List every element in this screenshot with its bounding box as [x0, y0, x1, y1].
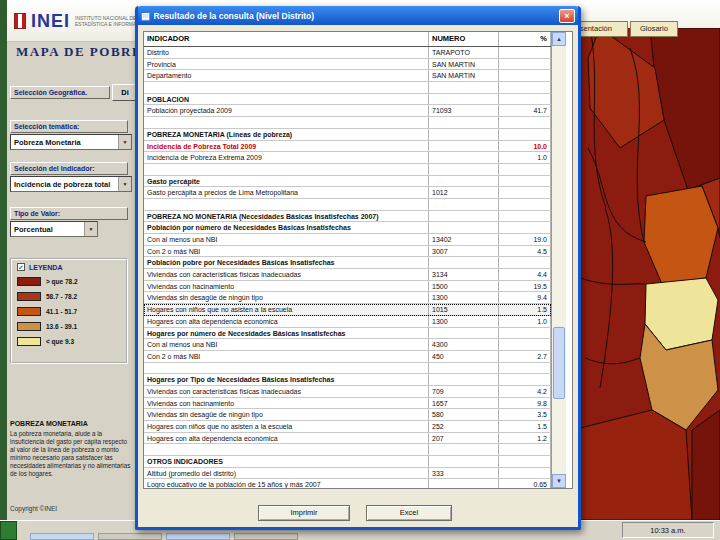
indicador-cell: Con al menos una NBI [144, 234, 429, 245]
table-row[interactable]: Población por número de Necesidades Bási… [144, 222, 551, 234]
table-row[interactable]: Viviendas con características físicas in… [144, 386, 551, 398]
table-row[interactable]: Con 2 o más NBI4502.7 [144, 351, 551, 363]
table-row[interactable]: Incidencia de Pobreza Extrema 20091.0 [144, 152, 551, 164]
logo-text: INEI [31, 11, 70, 32]
table-row[interactable] [144, 199, 551, 211]
table-row[interactable]: Con 2 o más NBI30074.5 [144, 246, 551, 258]
legend-checkbox[interactable]: ✓ [17, 263, 25, 271]
scroll-down-icon[interactable]: ▼ [552, 474, 566, 488]
start-button[interactable] [0, 521, 17, 540]
numero-cell: 580 [429, 409, 499, 420]
indicador-cell: Viviendas con características físicas in… [144, 386, 429, 397]
table-row[interactable]: DepartamentoSAN MARTIN [144, 70, 551, 82]
numero-cell: 3134 [429, 269, 499, 280]
pct-cell: 1.5 [499, 304, 551, 315]
numero-cell [429, 141, 499, 152]
value-type-select[interactable]: Porcentual ▼ [10, 221, 98, 237]
legend-item: < que 9.3 [17, 334, 121, 349]
indicador-cell: Departamento [144, 70, 429, 81]
pct-cell [499, 187, 551, 198]
pct-cell [499, 211, 551, 222]
chevron-down-icon[interactable]: ▼ [118, 177, 131, 191]
taskbar-item[interactable] [30, 533, 94, 540]
inei-logo: INEI INSTITUTO NACIONAL DE ESTADÍSTICA E… [14, 7, 148, 35]
pct-cell [499, 444, 551, 455]
table-row[interactable]: POBREZA MONETARIA (Líneas de pobreza) [144, 129, 551, 141]
table-row[interactable]: Altitud (promedio del distrito)333 [144, 468, 551, 480]
numero-cell [429, 444, 499, 455]
taskbar-item[interactable] [234, 533, 298, 540]
taskbar-item[interactable] [98, 533, 162, 540]
table-row[interactable] [144, 444, 551, 456]
table-row[interactable]: Hogares con niños que no asisten a la es… [144, 304, 551, 316]
numero-cell [429, 479, 499, 489]
left-edge-strip [0, 0, 7, 540]
table-row[interactable]: Hogares con niños que no asisten a la es… [144, 421, 551, 433]
scroll-up-icon[interactable]: ▲ [552, 32, 566, 46]
pct-cell: 19.5 [499, 281, 551, 292]
indicador-cell: Logro educativo de la población de 15 añ… [144, 479, 429, 489]
pct-cell [499, 47, 551, 58]
close-icon[interactable]: × [559, 9, 575, 23]
table-row[interactable] [144, 363, 551, 375]
pct-cell: 1.2 [499, 433, 551, 444]
indicador-cell: Hogares con niños que no asisten a la es… [144, 304, 429, 315]
scrollbar-thumb[interactable] [553, 327, 565, 399]
table-row[interactable]: Viviendas con características físicas in… [144, 269, 551, 281]
numero-cell [429, 129, 499, 140]
table-row[interactable]: Con al menos una NBI1340219.0 [144, 234, 551, 246]
table-row[interactable]: OTROS INDICADORES [144, 456, 551, 468]
numero-cell: 1500 [429, 281, 499, 292]
table-row[interactable]: Hogares por número de Necesidades Básica… [144, 328, 551, 340]
numero-cell: 709 [429, 386, 499, 397]
glossary-button[interactable]: Glosario [630, 21, 678, 37]
indicador-cell: Hogares con alta dependencia económica [144, 316, 429, 327]
table-row[interactable]: Hogares con alta dependencia económica20… [144, 433, 551, 445]
table-row[interactable]: POBREZA NO MONETARIA (Necesidades Básica… [144, 211, 551, 223]
info-body: La pobreza monetaria, alude a la insufic… [10, 430, 133, 478]
table-scrollbar[interactable]: ▲ ▼ [551, 32, 566, 488]
table-row[interactable] [144, 164, 551, 176]
table-row[interactable] [144, 82, 551, 94]
dialog-titlebar[interactable]: ▤ Resultado de la consulta (Nivel Distri… [138, 6, 578, 25]
table-row[interactable] [144, 117, 551, 129]
table-row[interactable]: Logro educativo de la población de 15 añ… [144, 479, 551, 489]
table-row[interactable]: Gasto percápita a precios de Lima Metrop… [144, 187, 551, 199]
table-row[interactable]: Viviendas sin desagüe de ningún tipo1300… [144, 292, 551, 304]
table-row[interactable]: DistritoTARAPOTO [144, 47, 551, 59]
chevron-down-icon[interactable]: ▼ [118, 135, 131, 149]
table-row[interactable]: Viviendas con hacinamiento150019.5 [144, 281, 551, 293]
print-button[interactable]: Imprimir [258, 505, 350, 521]
indicador-cell: Viviendas con hacinamiento [144, 398, 429, 409]
pct-cell [499, 164, 551, 175]
legend-swatch [17, 322, 41, 331]
table-row[interactable]: Hogares con alta dependencia económica13… [144, 316, 551, 328]
table-row[interactable]: Con al menos una NBI4300 [144, 339, 551, 351]
chevron-down-icon[interactable]: ▼ [84, 222, 97, 236]
theme-select[interactable]: Pobreza Monetaria ▼ [10, 134, 132, 150]
taskbar-clock-tray: 10:33 a.m. [622, 522, 714, 538]
table-row[interactable]: Población pobre por Necesidades Básicas … [144, 257, 551, 269]
table-row[interactable]: Gasto percápite [144, 176, 551, 188]
pct-cell [499, 374, 551, 385]
table-row[interactable]: ProvinciaSAN MARTIN [144, 59, 551, 71]
table-row[interactable]: Hogares por Tipo de Necesidades Básicas … [144, 374, 551, 386]
numero-cell [429, 257, 499, 268]
pct-cell [499, 199, 551, 210]
excel-button[interactable]: Excel [366, 505, 452, 521]
legend-range-label: 41.1 - 51.7 [46, 308, 77, 315]
indicador-cell: Con 2 o más NBI [144, 246, 429, 257]
pct-cell: 1.0 [499, 152, 551, 163]
numero-cell: SAN MARTIN [429, 59, 499, 70]
table-row[interactable]: Viviendas con hacinamiento16579.8 [144, 398, 551, 410]
legend-item: 58.7 - 78.2 [17, 289, 121, 304]
table-row[interactable]: Incidencia de Pobreza Total 200910.0 [144, 141, 551, 153]
table-row[interactable]: POBLACION [144, 94, 551, 106]
info-heading: POBREZA MONETARIA [10, 420, 88, 427]
table-row[interactable]: Viviendas sin desagüe de ningún tipo5803… [144, 409, 551, 421]
indicador-cell: Gasto percápita a precios de Lima Metrop… [144, 187, 429, 198]
taskbar-item[interactable] [166, 533, 230, 540]
indicator-select[interactable]: Incidencia de pobreza total ▼ [10, 176, 132, 192]
numero-cell [429, 82, 499, 93]
table-row[interactable]: Población proyectada 20097109341.7 [144, 105, 551, 117]
